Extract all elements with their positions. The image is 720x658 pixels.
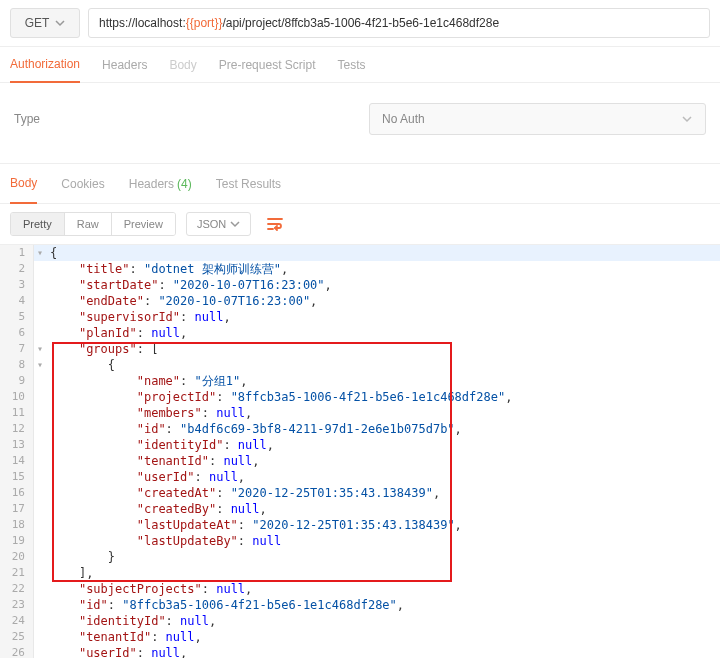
code-content: {: [46, 245, 57, 261]
tab-body[interactable]: Body: [169, 47, 196, 82]
response-tabs: Body Cookies Headers (4) Test Results: [0, 164, 720, 204]
line-number: 19: [0, 533, 34, 549]
code-content: "projectId": "8ffcb3a5-1006-4f21-b5e6-1e…: [46, 389, 512, 405]
resp-tab-test-results[interactable]: Test Results: [216, 164, 281, 203]
tab-tests[interactable]: Tests: [337, 47, 365, 82]
code-line: 2 "title": "dotnet 架构师训练营",: [0, 261, 720, 277]
code-line: 11 "members": null,: [0, 405, 720, 421]
code-line: 3 "startDate": "2020-10-07T16:23:00",: [0, 277, 720, 293]
url-variable: {{port}}: [186, 16, 223, 30]
url-input[interactable]: https://localhost:{{port}}/api/project/8…: [88, 8, 710, 38]
code-line: 10 "projectId": "8ffcb3a5-1006-4f21-b5e6…: [0, 389, 720, 405]
fold-toggle: [34, 325, 46, 341]
code-content: "startDate": "2020-10-07T16:23:00",: [46, 277, 332, 293]
code-content: "lastUpdateBy": null: [46, 533, 281, 549]
fold-toggle: [34, 421, 46, 437]
view-pretty-button[interactable]: Pretty: [11, 213, 65, 235]
fold-toggle: [34, 517, 46, 533]
code-content: "subjectProjects": null,: [46, 581, 252, 597]
fold-toggle: [34, 309, 46, 325]
code-line: 26 "userId": null,: [0, 645, 720, 658]
code-content: "endDate": "2020-10-07T16:23:00",: [46, 293, 317, 309]
request-bar: GET https://localhost:{{port}}/api/proje…: [0, 0, 720, 47]
fold-toggle[interactable]: ▾: [34, 245, 46, 261]
code-content: "userId": null,: [46, 469, 245, 485]
code-content: "tenantId": null,: [46, 453, 260, 469]
code-content: "createdBy": null,: [46, 501, 267, 517]
code-line: 12 "id": "b4df6c69-3bf8-4211-97d1-2e6e1b…: [0, 421, 720, 437]
code-content: "id": "8ffcb3a5-1006-4f21-b5e6-1e1c468df…: [46, 597, 404, 613]
fold-toggle: [34, 453, 46, 469]
code-line: 13 "identityId": null,: [0, 437, 720, 453]
code-content: "id": "b4df6c69-3bf8-4211-97d1-2e6e1b075…: [46, 421, 462, 437]
tab-headers[interactable]: Headers: [102, 47, 147, 82]
wrap-lines-button[interactable]: [261, 213, 289, 235]
line-number: 14: [0, 453, 34, 469]
fold-toggle: [34, 373, 46, 389]
tab-prerequest[interactable]: Pre-request Script: [219, 47, 316, 82]
code-content: "members": null,: [46, 405, 252, 421]
code-content: "planId": null,: [46, 325, 187, 341]
response-body[interactable]: 1▾{2 "title": "dotnet 架构师训练营",3 "startDa…: [0, 245, 720, 658]
line-number: 16: [0, 485, 34, 501]
code-content: "identityId": null,: [46, 437, 274, 453]
fold-toggle[interactable]: ▾: [34, 357, 46, 373]
view-preview-button[interactable]: Preview: [112, 213, 175, 235]
line-number: 22: [0, 581, 34, 597]
fold-toggle: [34, 485, 46, 501]
resp-tab-headers[interactable]: Headers (4): [129, 164, 192, 203]
code-line: 5 "supervisorId": null,: [0, 309, 720, 325]
headers-count: (4): [177, 177, 192, 191]
code-line: 18 "lastUpdateAt": "2020-12-25T01:35:43.…: [0, 517, 720, 533]
http-method-label: GET: [25, 16, 50, 30]
line-number: 20: [0, 549, 34, 565]
line-number: 24: [0, 613, 34, 629]
code-line: 24 "identityId": null,: [0, 613, 720, 629]
code-content: ],: [46, 565, 93, 581]
fold-toggle: [34, 533, 46, 549]
code-line: 14 "tenantId": null,: [0, 453, 720, 469]
view-raw-button[interactable]: Raw: [65, 213, 112, 235]
code-line: 16 "createdAt": "2020-12-25T01:35:43.138…: [0, 485, 720, 501]
code-content: "tenantId": null,: [46, 629, 202, 645]
code-line: 6 "planId": null,: [0, 325, 720, 341]
fold-toggle: [34, 629, 46, 645]
line-number: 10: [0, 389, 34, 405]
code-line: 4 "endDate": "2020-10-07T16:23:00",: [0, 293, 720, 309]
line-number: 3: [0, 277, 34, 293]
line-number: 6: [0, 325, 34, 341]
fold-toggle: [34, 501, 46, 517]
auth-type-select[interactable]: No Auth: [369, 103, 706, 135]
line-number: 9: [0, 373, 34, 389]
code-content: "title": "dotnet 架构师训练营",: [46, 261, 288, 277]
response-toolbar: Pretty Raw Preview JSON: [0, 204, 720, 245]
auth-selected-value: No Auth: [382, 112, 425, 126]
chevron-down-icon: [230, 219, 240, 229]
resp-tab-body[interactable]: Body: [10, 165, 37, 204]
line-number: 21: [0, 565, 34, 581]
fold-toggle: [34, 581, 46, 597]
line-number: 17: [0, 501, 34, 517]
code-content: {: [46, 357, 115, 373]
fold-toggle: [34, 261, 46, 277]
code-content: "identityId": null,: [46, 613, 216, 629]
http-method-select[interactable]: GET: [10, 8, 80, 38]
code-line: 25 "tenantId": null,: [0, 629, 720, 645]
line-number: 25: [0, 629, 34, 645]
tab-authorization[interactable]: Authorization: [10, 48, 80, 83]
line-number: 23: [0, 597, 34, 613]
code-content: "userId": null,: [46, 645, 187, 658]
request-tabs: Authorization Headers Body Pre-request S…: [0, 47, 720, 83]
line-number: 13: [0, 437, 34, 453]
fold-toggle: [34, 293, 46, 309]
body-format-select[interactable]: JSON: [186, 212, 251, 236]
line-number: 11: [0, 405, 34, 421]
fold-toggle: [34, 469, 46, 485]
fold-toggle[interactable]: ▾: [34, 341, 46, 357]
fold-toggle: [34, 645, 46, 658]
code-line: 15 "userId": null,: [0, 469, 720, 485]
resp-tab-cookies[interactable]: Cookies: [61, 164, 104, 203]
code-content: "groups": [: [46, 341, 158, 357]
code-line: 23 "id": "8ffcb3a5-1006-4f21-b5e6-1e1c46…: [0, 597, 720, 613]
fold-toggle: [34, 389, 46, 405]
